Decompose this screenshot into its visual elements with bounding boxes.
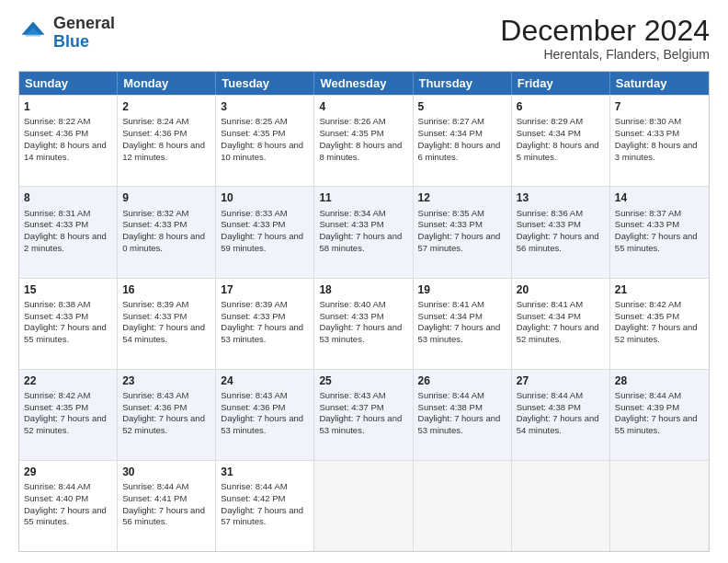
day-number: 31 (221, 465, 309, 479)
day-number: 19 (418, 282, 506, 297)
sunrise-text: Sunrise: 8:40 AM (319, 299, 385, 309)
week-row-1: 1Sunrise: 8:22 AMSunset: 4:36 PMDaylight… (19, 95, 709, 186)
sunset-text: Sunset: 4:33 PM (418, 219, 483, 229)
sunset-text: Sunset: 4:33 PM (319, 219, 383, 229)
sunset-text: Sunset: 4:36 PM (221, 402, 285, 412)
daylight-text: Daylight: 7 hours and 53 minutes. (418, 322, 501, 344)
daylight-text: Daylight: 7 hours and 57 minutes. (221, 505, 303, 527)
header-sunday: Sunday (19, 72, 118, 95)
daylight-text: Daylight: 7 hours and 53 minutes. (221, 322, 303, 344)
sunset-text: Sunset: 4:33 PM (221, 219, 285, 229)
cal-cell-w3-d3: 17Sunrise: 8:39 AMSunset: 4:33 PMDayligh… (216, 279, 314, 369)
calendar-header: Sunday Monday Tuesday Wednesday Thursday… (19, 72, 709, 95)
day-number: 10 (221, 190, 309, 205)
daylight-text: Daylight: 7 hours and 53 minutes. (319, 322, 402, 344)
header-wednesday: Wednesday (314, 72, 413, 95)
cal-cell-w4-d6: 27Sunrise: 8:44 AMSunset: 4:38 PMDayligh… (512, 370, 610, 460)
sunset-text: Sunset: 4:33 PM (24, 219, 88, 229)
sunrise-text: Sunrise: 8:44 AM (418, 390, 484, 400)
sunrise-text: Sunrise: 8:26 AM (319, 116, 385, 126)
day-number: 14 (615, 190, 704, 205)
day-number: 21 (615, 282, 704, 297)
header-friday: Friday (512, 72, 610, 95)
sunrise-text: Sunrise: 8:44 AM (221, 481, 287, 491)
cal-cell-w3-d5: 19Sunrise: 8:41 AMSunset: 4:34 PMDayligh… (414, 279, 512, 369)
sunset-text: Sunset: 4:35 PM (319, 128, 383, 138)
daylight-text: Daylight: 7 hours and 55 minutes. (24, 505, 107, 527)
day-number: 24 (221, 373, 309, 388)
sunrise-text: Sunrise: 8:43 AM (221, 390, 287, 400)
day-number: 17 (221, 282, 309, 297)
daylight-text: Daylight: 8 hours and 3 minutes. (615, 140, 698, 162)
sunset-text: Sunset: 4:33 PM (122, 311, 187, 321)
location-subtitle: Herentals, Flanders, Belgium (500, 47, 710, 62)
day-number: 12 (418, 190, 506, 205)
daylight-text: Daylight: 7 hours and 54 minutes. (517, 413, 599, 435)
cal-cell-w4-d5: 26Sunrise: 8:44 AMSunset: 4:38 PMDayligh… (414, 370, 512, 460)
cal-cell-w4-d4: 25Sunrise: 8:43 AMSunset: 4:37 PMDayligh… (314, 370, 413, 460)
day-number: 20 (517, 282, 605, 297)
sunrise-text: Sunrise: 8:39 AM (221, 299, 287, 309)
day-number: 3 (221, 99, 309, 114)
sunset-text: Sunset: 4:33 PM (517, 219, 581, 229)
day-number: 23 (122, 373, 210, 388)
day-number: 6 (517, 99, 605, 114)
sunrise-text: Sunrise: 8:44 AM (24, 481, 90, 491)
day-number: 9 (122, 190, 210, 205)
sunrise-text: Sunrise: 8:39 AM (122, 299, 188, 309)
sunset-text: Sunset: 4:34 PM (517, 128, 581, 138)
sunset-text: Sunset: 4:38 PM (517, 402, 581, 412)
sunset-text: Sunset: 4:33 PM (319, 311, 383, 321)
sunrise-text: Sunrise: 8:43 AM (122, 390, 188, 400)
week-row-5: 29Sunrise: 8:44 AMSunset: 4:40 PMDayligh… (19, 460, 709, 551)
daylight-text: Daylight: 7 hours and 55 minutes. (24, 322, 107, 344)
sunset-text: Sunset: 4:36 PM (24, 128, 88, 138)
sunset-text: Sunset: 4:33 PM (24, 311, 88, 321)
cal-cell-w1-d1: 1Sunrise: 8:22 AMSunset: 4:36 PMDaylight… (19, 96, 118, 186)
daylight-text: Daylight: 7 hours and 52 minutes. (122, 413, 205, 435)
day-number: 7 (615, 99, 704, 114)
sunrise-text: Sunrise: 8:41 AM (418, 299, 484, 309)
header-saturday: Saturday (610, 72, 709, 95)
day-number: 4 (319, 99, 407, 114)
sunset-text: Sunset: 4:38 PM (418, 402, 483, 412)
cal-cell-w4-d1: 22Sunrise: 8:42 AMSunset: 4:35 PMDayligh… (19, 370, 118, 460)
page-header: General Blue December 2024 Herentals, Fl… (18, 15, 710, 62)
day-number: 22 (24, 373, 112, 388)
sunset-text: Sunset: 4:35 PM (221, 128, 285, 138)
cal-cell-w2-d5: 12Sunrise: 8:35 AMSunset: 4:33 PMDayligh… (414, 187, 512, 277)
sunrise-text: Sunrise: 8:42 AM (24, 390, 90, 400)
daylight-text: Daylight: 7 hours and 58 minutes. (319, 231, 402, 253)
sunrise-text: Sunrise: 8:34 AM (319, 208, 385, 218)
sunrise-text: Sunrise: 8:44 AM (122, 481, 188, 491)
sunrise-text: Sunrise: 8:41 AM (517, 299, 583, 309)
header-monday: Monday (118, 72, 216, 95)
logo-general-text: General (53, 14, 115, 32)
sunrise-text: Sunrise: 8:27 AM (418, 116, 484, 126)
daylight-text: Daylight: 7 hours and 53 minutes. (221, 413, 303, 435)
calendar-page: General Blue December 2024 Herentals, Fl… (0, 0, 728, 563)
header-tuesday: Tuesday (216, 72, 314, 95)
day-number: 11 (319, 190, 407, 205)
cal-cell-w1-d2: 2Sunrise: 8:24 AMSunset: 4:36 PMDaylight… (118, 96, 216, 186)
day-number: 18 (319, 282, 407, 297)
day-number: 5 (418, 99, 506, 114)
sunset-text: Sunset: 4:33 PM (221, 311, 285, 321)
cal-cell-w2-d3: 10Sunrise: 8:33 AMSunset: 4:33 PMDayligh… (216, 187, 314, 277)
daylight-text: Daylight: 8 hours and 5 minutes. (517, 140, 599, 162)
daylight-text: Daylight: 7 hours and 59 minutes. (221, 231, 303, 253)
sunrise-text: Sunrise: 8:43 AM (319, 390, 385, 400)
day-number: 30 (122, 465, 210, 479)
sunset-text: Sunset: 4:34 PM (517, 311, 581, 321)
sunrise-text: Sunrise: 8:29 AM (517, 116, 583, 126)
header-thursday: Thursday (414, 72, 512, 95)
cal-cell-w2-d2: 9Sunrise: 8:32 AMSunset: 4:33 PMDaylight… (118, 187, 216, 277)
cal-cell-w5-d1: 29Sunrise: 8:44 AMSunset: 4:40 PMDayligh… (19, 461, 118, 551)
cal-cell-w3-d6: 20Sunrise: 8:41 AMSunset: 4:34 PMDayligh… (512, 279, 610, 369)
daylight-text: Daylight: 8 hours and 2 minutes. (24, 231, 107, 253)
sunset-text: Sunset: 4:33 PM (615, 128, 679, 138)
cal-cell-w1-d3: 3Sunrise: 8:25 AMSunset: 4:35 PMDaylight… (216, 96, 314, 186)
daylight-text: Daylight: 7 hours and 56 minutes. (122, 505, 205, 527)
day-number: 15 (24, 282, 112, 297)
daylight-text: Daylight: 8 hours and 6 minutes. (418, 140, 501, 162)
